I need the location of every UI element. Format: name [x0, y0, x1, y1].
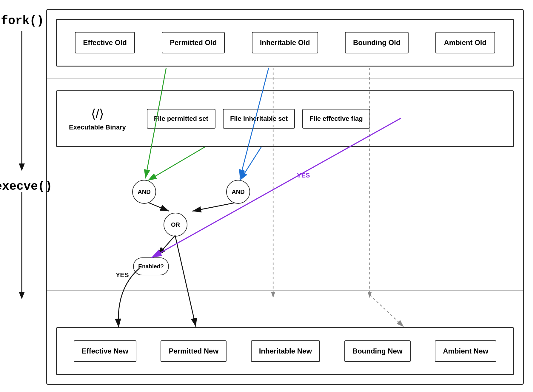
svg-marker-10	[271, 292, 275, 298]
bounding-new-box: Bounding New	[344, 340, 411, 362]
svg-line-19	[157, 235, 175, 256]
ambient-old-box: Ambient Old	[435, 32, 495, 53]
svg-line-21	[175, 235, 196, 327]
svg-line-16	[240, 147, 261, 180]
svg-marker-12	[368, 292, 372, 298]
svg-line-18	[192, 203, 234, 211]
svg-marker-1	[19, 163, 25, 171]
file-permitted-box: File permitted set	[147, 109, 215, 129]
execve-arrow-svg	[16, 192, 28, 302]
and2-node: AND	[226, 180, 250, 204]
exec-sets-group: File permitted set File inheritable set …	[147, 109, 370, 129]
fork-arrow-svg	[16, 31, 28, 174]
svg-text:YES: YES	[297, 172, 310, 179]
divider-bottom	[47, 290, 523, 291]
fork-label: fork()	[1, 14, 44, 28]
or-node: OR	[164, 213, 187, 237]
exec-icon-label-group: ⟨/⟩ Executable Binary	[69, 107, 126, 131]
exec-binary-box: ⟨/⟩ Executable Binary File permitted set…	[56, 90, 514, 147]
exec-binary-label: Executable Binary	[69, 124, 126, 131]
svg-line-14	[148, 147, 205, 180]
bounding-old-box: Bounding Old	[345, 32, 409, 53]
file-effective-box: File effective flag	[302, 109, 370, 129]
permitted-old-box: Permitted Old	[162, 32, 225, 53]
svg-line-24	[370, 295, 404, 327]
inheritable-old-box: Inheritable Old	[252, 32, 318, 53]
svg-line-17	[149, 203, 169, 211]
effective-new-box: Effective New	[74, 340, 136, 362]
effective-old-box: Effective Old	[75, 32, 135, 53]
enabled-node: Enabled?	[133, 257, 169, 275]
bottom-boxes-container: Effective New Permitted New Inheritable …	[56, 327, 514, 375]
svg-text:YES: YES	[116, 271, 129, 279]
execve-label: execve()	[0, 180, 52, 193]
permitted-new-box: Permitted New	[161, 340, 227, 362]
top-boxes-container: Effective Old Permitted Old Inheritable …	[56, 19, 514, 67]
inheritable-new-box: Inheritable New	[251, 340, 320, 362]
file-inheritable-box: File inheritable set	[223, 109, 295, 129]
and1-node: AND	[132, 180, 156, 204]
divider-top	[47, 78, 523, 79]
svg-marker-3	[19, 292, 25, 299]
ambient-new-box: Ambient New	[435, 340, 496, 362]
exec-icon: ⟨/⟩	[91, 107, 104, 121]
